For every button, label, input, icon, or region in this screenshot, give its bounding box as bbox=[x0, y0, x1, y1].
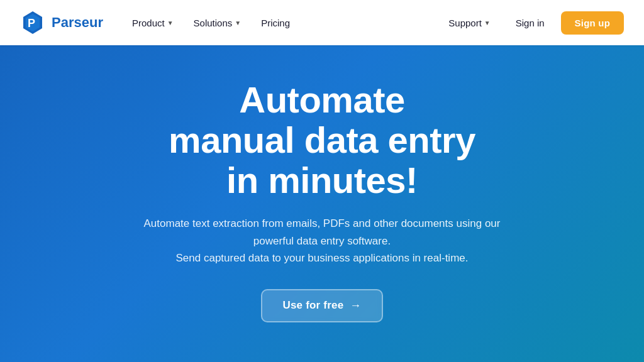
nav-solutions[interactable]: Solutions ▼ bbox=[185, 13, 250, 33]
nav-right: Support ▼ Sign in Sign up bbox=[440, 11, 624, 35]
hero-section: Automate manual data entry in minutes! A… bbox=[0, 45, 644, 362]
signin-button[interactable]: Sign in bbox=[504, 13, 556, 33]
arrow-icon: → bbox=[350, 299, 361, 312]
cta-button[interactable]: Use for free → bbox=[261, 289, 382, 322]
product-chevron-icon: ▼ bbox=[167, 19, 174, 26]
nav-product[interactable]: Product ▼ bbox=[123, 13, 182, 33]
signup-button[interactable]: Sign up bbox=[561, 11, 624, 35]
hero-subtitle: Automate text extraction from emails, PD… bbox=[144, 215, 501, 266]
nav-links: Product ▼ Solutions ▼ Pricing bbox=[123, 13, 435, 33]
solutions-chevron-icon: ▼ bbox=[235, 19, 241, 26]
nav-support[interactable]: Support ▼ bbox=[440, 13, 499, 33]
hero-title: Automate manual data entry in minutes! bbox=[169, 80, 475, 200]
nav-pricing[interactable]: Pricing bbox=[252, 13, 299, 33]
svg-text:P: P bbox=[28, 17, 35, 30]
brand-name: Parseur bbox=[52, 14, 103, 31]
logo-icon: P bbox=[20, 10, 45, 35]
logo-link[interactable]: P Parseur bbox=[20, 10, 103, 35]
support-chevron-icon: ▼ bbox=[484, 19, 491, 26]
navbar: P Parseur Product ▼ Solutions ▼ Pricing … bbox=[0, 0, 644, 45]
